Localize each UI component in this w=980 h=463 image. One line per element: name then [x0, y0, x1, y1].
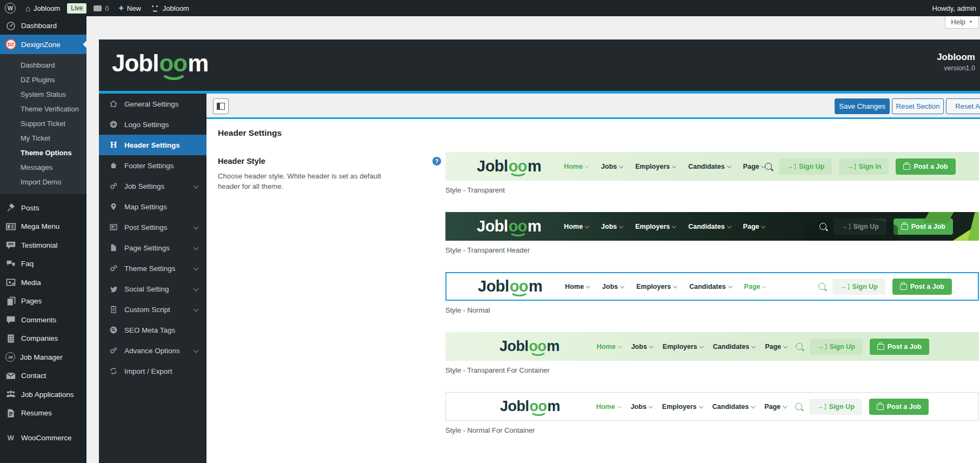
submenu-item-dashboard[interactable]: Dashboard — [0, 58, 86, 72]
mega-menu-icon — [5, 221, 16, 232]
dashboard-icon — [5, 20, 16, 31]
search-icon — [795, 403, 802, 410]
live-badge: Live — [67, 3, 86, 14]
sidebar-item-woocommerce[interactable]: W WooCommerce — [0, 428, 86, 447]
media-icon — [5, 277, 16, 288]
jobloom-logo: Jobloom — [112, 50, 208, 76]
signup-button: →Sign Up — [832, 279, 885, 295]
comments-menu[interactable]: 0 — [89, 0, 114, 16]
nav-logo-settings[interactable]: Logo Settings — [99, 114, 206, 135]
header-h-icon: H — [108, 140, 119, 150]
submenu-item-dz-plugins[interactable]: DZ Plugins — [0, 72, 86, 87]
sidebar-item-dashboard[interactable]: Dashboard — [0, 16, 86, 35]
header-style-option-transparent-header[interactable]: Jobloom Home Jobs Employers Candidates P… — [445, 212, 979, 241]
briefcase-icon — [877, 404, 884, 410]
new-content-menu[interactable]: +New — [114, 0, 145, 16]
panel-layout-icon — [217, 103, 225, 110]
login-arrow-icon: → — [786, 163, 796, 170]
nav-footer-settings[interactable]: Footer Settings — [99, 155, 206, 176]
woocommerce-icon: W — [5, 434, 16, 442]
site-name-menu[interactable]: ⌂Jobloom — [21, 0, 65, 16]
logo-oo-smile-icon: oo — [158, 50, 188, 76]
field-description: Choose header style. White header is set… — [218, 171, 401, 191]
clipboard-icon — [108, 305, 119, 314]
nav-custom-script[interactable]: Custom Script — [99, 299, 206, 320]
search-icon — [818, 283, 825, 290]
submenu-item-import-demo[interactable]: Import Demo — [0, 175, 86, 189]
sidebar-item-pages[interactable]: Pages — [0, 292, 86, 311]
nav-page-settings[interactable]: Page Settings — [99, 237, 206, 258]
header-style-option-normal-container[interactable]: Jobloom Home Jobs Employers Candidates P… — [445, 392, 979, 421]
sidebar-item-mega-menu[interactable]: Mega Menu — [0, 217, 86, 236]
page-title: Header Settings — [218, 128, 282, 138]
sidebar-item-comments[interactable]: Comments — [0, 310, 86, 329]
sidebar-item-job-applications[interactable]: Job Applications — [0, 385, 86, 404]
login-arrow-icon: → — [817, 403, 826, 411]
submenu-item-theme-options[interactable]: Theme Options — [0, 145, 86, 160]
sidebar-item-dexignzone[interactable]: DZ DexignZone — [0, 35, 86, 54]
reset-all-button[interactable]: Reset All — [946, 98, 980, 114]
submenu-item-system-status[interactable]: System Status — [0, 87, 86, 102]
howdy-account-menu[interactable]: Howdy, admin — [928, 4, 980, 12]
preview-logo: Jobloom — [477, 219, 541, 234]
chevron-down-icon — [194, 266, 199, 271]
post-a-job-button: Post a Job — [896, 158, 955, 175]
new-label: New — [127, 4, 141, 12]
nav-job-settings[interactable]: Job Settings — [99, 176, 206, 196]
wp-admin-sidebar: Dashboard DZ DexignZone Dashboard DZ Plu… — [0, 16, 86, 463]
help-question-icon[interactable]: ? — [432, 157, 441, 166]
reset-section-button[interactable]: Reset Section — [892, 98, 944, 114]
preview-nav: Home Jobs Employers Candidates Page — [565, 283, 766, 290]
header-style-option-normal-selected[interactable]: Jobloom Home Jobs Employers Candidates P… — [445, 272, 979, 301]
gears-icon — [108, 264, 119, 273]
briefcase-icon — [903, 164, 910, 170]
signup-button: →Sign Up — [779, 158, 832, 175]
sidebar-item-resumes[interactable]: Resumes — [0, 404, 86, 423]
search-icon — [796, 343, 803, 350]
nav-social-setting[interactable]: Social Setting — [99, 279, 206, 299]
nav-import-export[interactable]: Import / Export — [99, 361, 206, 381]
toggle-panel-button[interactable] — [213, 98, 229, 114]
sidebar-item-companies[interactable]: Companies — [0, 329, 86, 348]
sidebar-item-job-manager[interactable]: JM Job Manager — [0, 348, 86, 367]
nav-header-settings[interactable]: HHeader Settings — [99, 135, 206, 155]
document-icon — [5, 408, 16, 419]
header-style-block-transparent: Jobloom Home Jobs Employers Candidates P… — [445, 152, 979, 194]
site-updates-menu[interactable]: Jobloom — [146, 0, 194, 16]
submenu-item-theme-verification[interactable]: Theme Verification — [0, 102, 86, 116]
site-name-2: Jobloom — [163, 4, 189, 12]
nav-post-settings[interactable]: Post Settings — [99, 217, 206, 237]
style-caption: Style - Transparent For Container — [445, 366, 979, 374]
theme-panel-banner: Jobloom Jobloom version1.0 — [99, 39, 980, 91]
style-caption: Style - Transparent Header — [445, 246, 979, 254]
chevron-down-icon — [194, 245, 199, 250]
sidebar-item-testimonial[interactable]: Testimonial — [0, 236, 86, 255]
newspaper-icon — [108, 223, 119, 232]
sidebar-item-posts[interactable]: Posts — [0, 199, 86, 217]
pushpin-icon — [5, 202, 16, 213]
gears-icon — [108, 346, 119, 355]
help-tab[interactable]: Help ▼ — [945, 16, 979, 29]
nav-map-settings[interactable]: Map Settings — [99, 196, 206, 217]
submenu-item-support-ticket[interactable]: Support Ticket — [0, 116, 86, 131]
gear-circle-icon — [108, 120, 119, 129]
sidebar-item-faq[interactable]: Faq — [0, 255, 86, 274]
nav-advance-options[interactable]: Advance Options — [99, 340, 206, 361]
submenu-item-my-ticket[interactable]: My Ticket — [0, 131, 86, 145]
help-label: Help — [951, 18, 965, 26]
preview-logo: Jobloom — [477, 158, 541, 174]
sidebar-item-contact[interactable]: Contact — [0, 367, 86, 386]
nav-seo-meta-tags[interactable]: SEO Meta Tags — [99, 320, 206, 340]
header-style-option-transparent[interactable]: Jobloom Home Jobs Employers Candidates P… — [445, 152, 979, 181]
header-style-option-transparent-container[interactable]: Jobloom Home Jobs Employers Candidates P… — [445, 332, 979, 361]
chevron-down-icon — [194, 307, 199, 312]
wp-logo-menu[interactable]: W — [0, 0, 21, 16]
header-style-block-transparent-header: Jobloom Home Jobs Employers Candidates P… — [445, 212, 979, 254]
submenu-item-messages[interactable]: Messages — [0, 160, 86, 175]
login-arrow-icon: → — [817, 343, 826, 350]
header-style-block-transparent-container: Jobloom Home Jobs Employers Candidates P… — [445, 332, 979, 374]
nav-theme-settings[interactable]: Theme Settings — [99, 258, 206, 279]
save-changes-button[interactable]: Save Changes — [835, 98, 890, 114]
sidebar-item-media[interactable]: Media — [0, 273, 86, 292]
nav-general-settings[interactable]: General Settings — [99, 94, 206, 114]
